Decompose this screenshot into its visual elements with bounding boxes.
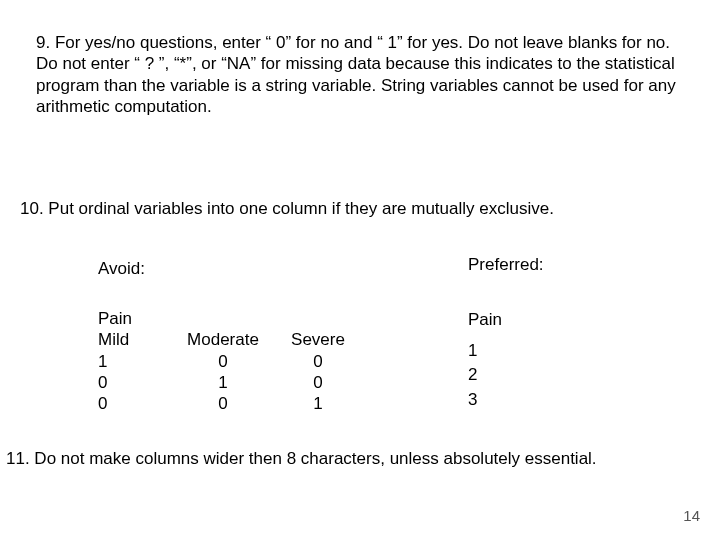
list-item-9: 9. For yes/no questions, enter “ 0” for … [36, 32, 680, 117]
cell: 0 [168, 393, 278, 414]
table-row: 0 1 0 [98, 372, 358, 393]
cell: 0 [278, 372, 358, 393]
preferred-value: 2 [468, 363, 502, 388]
avoid-table: Pain Mild Moderate Severe 1 0 0 0 1 0 0 [98, 308, 358, 414]
list-item-10: 10. Put ordinal variables into one colum… [20, 198, 700, 219]
avoid-col-mild: Mild [98, 329, 168, 350]
preferred-block: Pain 1 2 3 [468, 308, 502, 413]
table-row: 1 0 0 [98, 351, 358, 372]
preferred-label: Preferred: [468, 254, 544, 275]
list-item-11: 11. Do not make columns wider then 8 cha… [6, 448, 714, 469]
avoid-col-severe: Severe [278, 329, 358, 350]
cell: 0 [98, 393, 168, 414]
cell: 1 [98, 351, 168, 372]
cell: 0 [168, 351, 278, 372]
table-row: 0 0 1 [98, 393, 358, 414]
cell: 1 [168, 372, 278, 393]
slide: 9. For yes/no questions, enter “ 0” for … [0, 0, 720, 540]
cell: 0 [98, 372, 168, 393]
page-number: 14 [683, 507, 700, 526]
avoid-pain-header: Pain [98, 308, 168, 329]
avoid-col-moderate: Moderate [168, 329, 278, 350]
preferred-value: 1 [468, 339, 502, 364]
avoid-label: Avoid: [98, 258, 145, 279]
preferred-pain-header: Pain [468, 308, 502, 333]
cell: 0 [278, 351, 358, 372]
cell: 1 [278, 393, 358, 414]
preferred-value: 3 [468, 388, 502, 413]
